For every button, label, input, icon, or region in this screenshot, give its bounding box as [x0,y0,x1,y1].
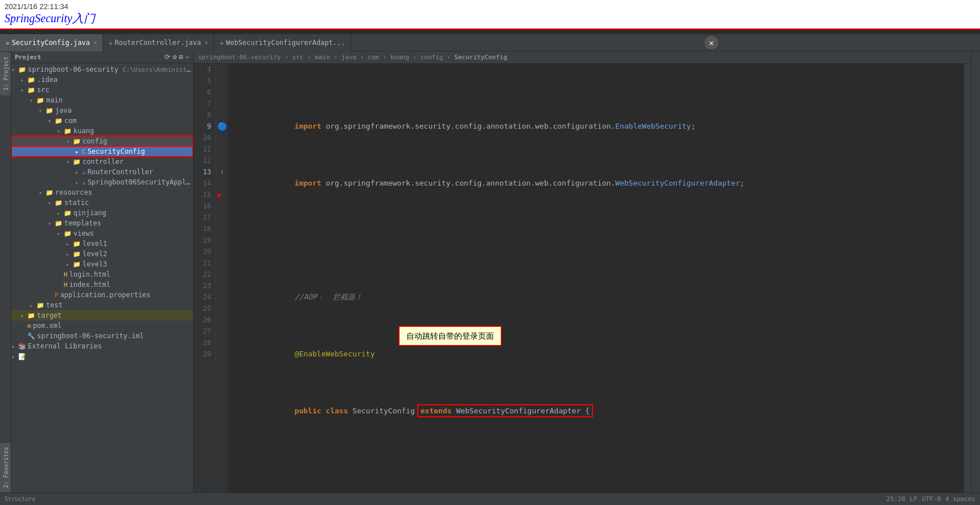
controller-label: controller [83,158,193,166]
status-structure: Structure [5,496,35,502]
tree-item-test[interactable]: ▸ 📁 test [11,300,193,310]
tab-close-icon2[interactable]: ✕ [204,39,208,46]
tree-item-idea[interactable]: ▸ 📁 .idea [11,75,193,85]
status-indent: 4 spaces [945,495,975,503]
target-label: target [37,311,193,319]
tree-item-kuang[interactable]: ▾ 📁 kuang [11,126,193,136]
expand-icon[interactable]: ⊞ [179,53,183,61]
tree-item-resources[interactable]: ▾ 📁 resources [11,187,193,198]
tab-security-config[interactable]: ☕ SecurityConfig.java ✕ [0,34,103,51]
ext-libs-icon: 📚 [18,343,26,350]
java-file-icon-router: ☕ [82,169,86,176]
tree-item-security-config[interactable]: ▸ C SecurityConfig [11,146,193,157]
line-6: 6 [198,87,211,98]
com-label: com [64,117,193,125]
tab-close-icon[interactable]: ✕ [93,39,97,46]
tree-item-java[interactable]: ▾ 📁 java [11,105,193,116]
line-18: 18 [198,223,211,235]
tree-item-com[interactable]: ▾ 📁 com [11,116,193,126]
router-label: RouterController [88,168,193,176]
java-file-icon-app: ☕ [82,179,86,186]
tree-item-static[interactable]: ▾ 📁 static [11,198,193,208]
tree-item-level2[interactable]: ▸ 📁 level2 [11,249,193,259]
folder-icon-config: 📁 [73,138,81,145]
tab-label: SecurityConfig.java [12,39,90,47]
tab-router-controller[interactable]: ☕ RouterController.java ✕ [103,34,214,51]
tree-item-router[interactable]: ▸ ☕ RouterController [11,167,193,177]
tree-item-root[interactable]: ▾ 📁 springboot-06-security C:\Users\Admi… [11,64,193,75]
code-line-5: import org.springframework.security.conf… [232,166,960,178]
scratches-icon: 📝 [18,353,26,360]
html-icon-index: H [64,281,68,289]
status-lf: LF [910,495,917,503]
line-29: 29 [198,348,211,360]
qinjiang-label: qinjiang [73,209,193,217]
views-label: views [73,229,193,237]
tree-item-scratches[interactable]: ▸ 📝 [11,351,193,362]
properties-icon-app: P [55,291,59,299]
tree-item-app-props[interactable]: ▸ P application.properties [11,290,193,300]
java-label: java [55,106,193,114]
main-label: main [46,96,193,104]
toolbar-icons: ⟳ ⚙ ⊞ − [164,53,190,61]
tree-item-app[interactable]: ▸ ☕ Springboot06SecurityApplication [11,177,193,187]
level2-label: level2 [83,250,193,258]
line-10: 10 [198,132,211,143]
tree-item-ext-libs[interactable]: ▸ 📚 External Libraries [11,341,193,351]
callout-box: 自动跳转自带的登录页面 [398,326,502,346]
favorites-tab[interactable]: 2: Favorites [0,442,11,492]
tree-item-target[interactable]: ▸ 📁 target [11,310,193,321]
sync-icon[interactable]: ⟳ [164,53,170,61]
app-label: Springboot06SecurityApplication [88,178,193,186]
tree-item-templates[interactable]: ▾ 📁 templates [11,218,193,228]
tree-item-qinjiang[interactable]: ▸ 📁 qinjiang [11,208,193,218]
tree-item-main[interactable]: ▾ 📁 main [11,95,193,105]
tree-item-iml[interactable]: ▸ 🔧 springboot-06-security.iml [11,331,193,341]
index-label: index.html [69,281,193,289]
status-encoding: UTF-8 [922,495,941,503]
tree-item-views[interactable]: ▾ 📁 views [11,228,193,239]
code-editor[interactable]: import org.springframework.security.conf… [228,64,964,492]
line-13: 13 [198,166,211,178]
sidebar-title: Project [15,54,41,61]
breadcrumb-text: springboot-06-security › src › main › ja… [198,54,507,61]
line-11: 11 [198,143,211,155]
folder-icon-java: 📁 [46,107,53,114]
gutter-15: ● [217,189,227,200]
status-bar: Structure 25:28 LF UTF-8 4 spaces [0,492,980,505]
folder-icon-com: 📁 [55,117,63,125]
folder-icon-static: 📁 [55,199,63,207]
line-4: 4 [198,64,211,75]
tree-item-controller[interactable]: ▾ 📁 controller [11,157,193,167]
resources-label: resources [55,188,193,196]
gutter-9: 🔵 [217,121,227,132]
project-icon: 📁 [18,66,26,73]
close-button[interactable]: ✕ [705,36,718,50]
java-class-icon: C [82,148,86,155]
gear-icon[interactable]: ⚙ [172,53,176,61]
tree-item-level1[interactable]: ▸ 📁 level1 [11,239,193,249]
collapse-icon[interactable]: − [186,53,190,61]
folder-icon-src: 📁 [27,87,35,94]
project-label: springboot-06-security C:\Users\Administ… [28,65,193,73]
gutter-markers: 🔵 ↑ ● [216,64,228,492]
folder-icon-templates: 📁 [55,220,63,227]
tab-label3: WebSecurityConfigurerAdapt... [226,39,345,47]
tree-item-config[interactable]: ▾ 📁 config [11,136,193,146]
tab-websecurity[interactable]: ☕ WebSecurityConfigurerAdapt... [214,34,351,51]
iml-icon: 🔧 [27,332,35,340]
project-tab[interactable]: 1: Project [0,51,11,95]
folder-icon-level1: 📁 [73,240,81,248]
folder-icon-level2: 📁 [73,251,81,258]
tree-item-level3[interactable]: ▸ 📁 level3 [11,259,193,269]
tree-item-index[interactable]: ▸ H index.html [11,280,193,290]
tree-item-src[interactable]: ▾ 📁 src [11,85,193,95]
scrollbar[interactable] [964,64,971,492]
java-file-icon2: ☕ [109,39,113,46]
tree-item-login[interactable]: ▸ H login.html [11,269,193,280]
status-line-col: 25:28 [887,495,905,503]
line-27: 27 [198,326,211,337]
tree-item-pom[interactable]: ▸ m pom.xml [11,321,193,331]
test-label: test [46,301,193,309]
folder-icon-idea: 📁 [27,76,35,84]
